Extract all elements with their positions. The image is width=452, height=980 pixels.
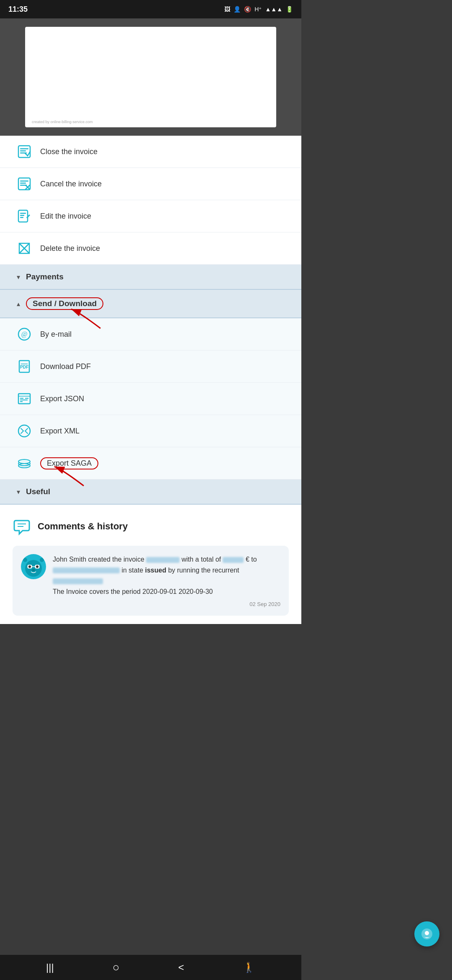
- comments-title: Comments & history: [38, 521, 128, 532]
- comment-author: John Smith: [53, 556, 86, 563]
- comment-in-state: in state: [121, 567, 145, 574]
- svg-rect-29: [25, 400, 28, 400]
- svg-point-41: [40, 558, 44, 562]
- export-xml-label: Export XML: [40, 427, 80, 436]
- menu-item-cancel-invoice[interactable]: Cancel the invoice: [0, 168, 301, 200]
- download-pdf-label: Download PDF: [40, 362, 91, 371]
- useful-section-header[interactable]: ▾ Useful: [0, 480, 301, 505]
- status-bar: 11:35 🖼 👤 🔇 H⁺ ▲▲▲ 🔋: [0, 0, 301, 18]
- payments-chevron: ▾: [17, 273, 20, 281]
- mute-icon: 🔇: [244, 6, 251, 13]
- json-icon: [17, 391, 32, 406]
- svg-rect-1: [20, 148, 28, 150]
- close-invoice-icon: [17, 144, 32, 159]
- menu-item-by-email[interactable]: @ By e-mail: [0, 318, 301, 351]
- useful-section-title: Useful: [26, 487, 50, 496]
- xml-icon: [17, 423, 32, 438]
- svg-point-33: [18, 459, 30, 464]
- send-download-section-title: Send / Download: [26, 297, 103, 310]
- menu-container: Close the invoice Cancel the invoice: [0, 136, 301, 505]
- svg-rect-26: [20, 400, 25, 400]
- comment-text: John Smith created the invoice with a to…: [53, 554, 280, 597]
- cancel-invoice-label: Cancel the invoice: [40, 180, 102, 188]
- svg-rect-12: [20, 215, 24, 216]
- comment-by-running: by running the recurrent: [168, 567, 239, 574]
- svg-point-40: [23, 558, 27, 562]
- close-invoice-label: Close the invoice: [40, 147, 98, 156]
- svg-rect-27: [20, 401, 23, 402]
- saga-icon: [17, 456, 32, 471]
- svg-point-48: [32, 569, 35, 571]
- svg-point-30: [18, 425, 30, 437]
- send-download-section-header[interactable]: ▴ Send / Download: [0, 290, 301, 318]
- signal-icon: H⁺: [254, 6, 262, 13]
- cancel-invoice-icon: [17, 176, 32, 191]
- edit-invoice-label: Edit the invoice: [40, 212, 91, 221]
- comment-with: with a total of: [182, 556, 223, 563]
- comment-body: John Smith created the invoice with a to…: [53, 554, 280, 607]
- svg-text:PDF: PDF: [20, 365, 28, 369]
- invoice-footer: created by online-billing-service.com: [32, 120, 93, 124]
- network-icon: ▲▲▲: [265, 6, 282, 13]
- pdf-icon: PDF: [17, 359, 32, 374]
- menu-item-export-xml[interactable]: Export XML: [0, 415, 301, 447]
- user-icon: 👤: [234, 6, 241, 13]
- svg-point-42: [25, 560, 42, 577]
- menu-item-export-json[interactable]: Export JSON: [0, 383, 301, 415]
- email-icon: @: [17, 327, 32, 342]
- invoice-preview-section: created by online-billing-service.com: [0, 18, 301, 136]
- payments-section-title: Payments: [26, 272, 64, 281]
- svg-rect-13: [20, 217, 23, 218]
- menu-item-close-invoice[interactable]: Close the invoice: [0, 136, 301, 168]
- export-json-label: Export JSON: [40, 395, 84, 403]
- amount-redacted: [223, 557, 244, 563]
- svg-rect-2: [20, 150, 26, 152]
- recipient-redacted: [53, 567, 120, 573]
- comment-card: John Smith created the invoice with a to…: [13, 546, 289, 616]
- menu-item-export-saga[interactable]: Export SAGA: [0, 447, 301, 480]
- useful-chevron: ▾: [17, 488, 20, 496]
- svg-rect-10: [18, 210, 28, 222]
- menu-item-edit-invoice[interactable]: Edit the invoice: [0, 200, 301, 232]
- comment-action: created the invoice: [88, 556, 146, 563]
- recurrent-redacted: [53, 578, 103, 584]
- comment-timestamp: 02 Sep 2020: [53, 601, 280, 607]
- comment-avatar: [21, 554, 46, 579]
- battery-icon: 🔋: [286, 6, 293, 13]
- send-download-chevron: ▴: [17, 300, 20, 308]
- delete-invoice-label: Delete the invoice: [40, 244, 100, 253]
- edit-invoice-icon: [17, 209, 32, 224]
- comments-header: Comments & history: [13, 517, 289, 536]
- by-email-label: By e-mail: [40, 330, 72, 339]
- send-download-wrapper: ▴ Send / Download @: [0, 290, 301, 480]
- comment-currency: €: [246, 556, 251, 563]
- status-icons: 🖼 👤 🔇 H⁺ ▲▲▲ 🔋: [224, 6, 293, 13]
- comment-period: The Invoice covers the period 2020-09-01…: [53, 588, 213, 595]
- svg-text:@: @: [21, 330, 28, 338]
- svg-point-46: [28, 565, 31, 568]
- delete-invoice-icon: [17, 241, 32, 256]
- svg-rect-11: [20, 213, 26, 214]
- svg-rect-5: [20, 181, 28, 182]
- invoice-content: [32, 34, 270, 103]
- invoice-paper: created by online-billing-service.com: [25, 27, 276, 127]
- svg-point-47: [36, 565, 39, 568]
- svg-rect-25: [20, 398, 23, 399]
- gallery-icon: 🖼: [224, 6, 230, 13]
- export-saga-label: Export SAGA: [40, 457, 98, 469]
- menu-item-delete-invoice[interactable]: Delete the invoice: [0, 232, 301, 265]
- svg-rect-6: [20, 183, 26, 184]
- comments-section: Comments & history: [0, 505, 301, 624]
- comment-state: issued: [145, 567, 166, 574]
- svg-rect-28: [25, 398, 28, 399]
- comments-section-icon: [13, 517, 31, 536]
- menu-item-download-pdf[interactable]: PDF Download PDF: [0, 351, 301, 383]
- status-time: 11:35: [8, 5, 28, 14]
- payments-section-header[interactable]: ▾ Payments: [0, 265, 301, 290]
- svg-rect-0: [18, 146, 30, 157]
- invoice-ref-redacted: [146, 557, 180, 563]
- comment-to: to: [251, 556, 257, 563]
